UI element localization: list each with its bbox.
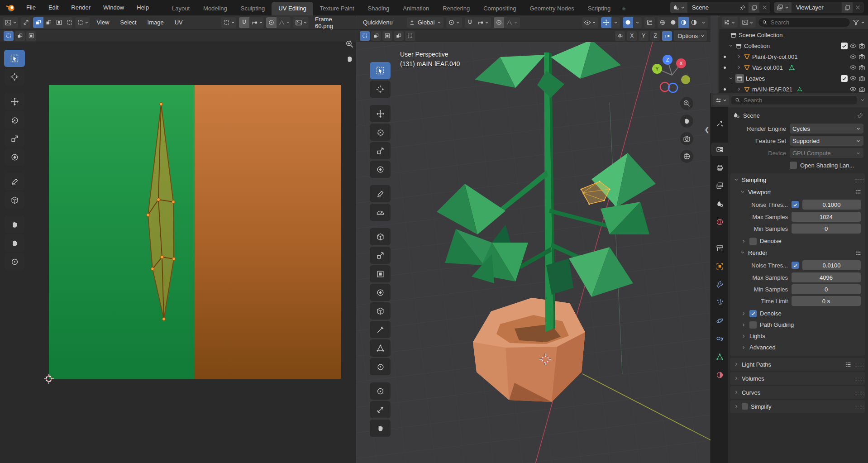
- render-visibility-icon[interactable]: [858, 86, 865, 93]
- uv-sync-select-button[interactable]: [21, 17, 31, 28]
- tab-scripting[interactable]: Scripting: [581, 2, 618, 15]
- uv-sticky-select-dropdown[interactable]: [75, 17, 90, 28]
- curves-panel[interactable]: Curves …………: [730, 386, 865, 399]
- uv-pivot-dropdown[interactable]: [221, 17, 236, 28]
- outliner-row-scene-collection[interactable]: Scene Collection: [719, 29, 868, 40]
- render-denoise-checkbox[interactable]: [749, 310, 757, 317]
- vp-tool-poly-build[interactable]: [370, 339, 391, 357]
- blender-logo-icon[interactable]: [0, 3, 20, 13]
- outliner-item-label[interactable]: Leaves: [746, 75, 765, 82]
- snap-indicator-icon[interactable]: [662, 31, 672, 41]
- add-workspace-button[interactable]: +: [617, 1, 630, 15]
- show-gizmo-button[interactable]: [601, 17, 611, 28]
- preset-list-icon[interactable]: [855, 249, 862, 256]
- select-mode-edge-button[interactable]: [371, 31, 381, 41]
- outliner-display-mode-dropdown[interactable]: [722, 17, 738, 28]
- menu-window[interactable]: Window: [97, 0, 130, 15]
- path-guiding-row[interactable]: Path Guiding: [730, 319, 865, 330]
- properties-search-input[interactable]: [743, 96, 853, 104]
- chevron-down-icon[interactable]: [860, 97, 865, 103]
- gizmo-dropdown[interactable]: [611, 17, 620, 28]
- uv-mode-button-1[interactable]: [4, 31, 14, 41]
- vp-tool-extrude[interactable]: [370, 247, 391, 264]
- uv-tool-transform[interactable]: [4, 148, 25, 166]
- uv-tool-annotate[interactable]: [4, 173, 25, 190]
- options-dropdown[interactable]: Options: [674, 30, 707, 41]
- outliner-search[interactable]: [758, 18, 850, 27]
- tab-rendering[interactable]: Rendering: [436, 2, 477, 15]
- vp-tool-bevel[interactable]: [370, 284, 391, 301]
- uv-tool-rotate[interactable]: [4, 111, 25, 129]
- tab-material-properties[interactable]: [711, 368, 728, 382]
- viewport-max-samples-field[interactable]: 1024: [792, 212, 861, 222]
- preset-list-icon[interactable]: [845, 361, 852, 368]
- tab-shading[interactable]: Shading: [361, 2, 396, 15]
- viewport-noise-threshold-field[interactable]: 0.1000: [802, 200, 861, 210]
- menu-edit[interactable]: Edit: [42, 0, 65, 15]
- tab-constraint-properties[interactable]: [711, 332, 728, 345]
- outliner-item-label[interactable]: Scene Collection: [739, 32, 783, 38]
- outliner-row-plant[interactable]: Plant-Dry-col.001: [719, 51, 868, 62]
- viewport-noise-threshold-checkbox[interactable]: [792, 201, 799, 208]
- vp-tool-rotate[interactable]: [370, 124, 391, 141]
- uv-select-vertex-button[interactable]: [33, 17, 43, 28]
- uv-tool-cursor[interactable]: [4, 68, 25, 86]
- tab-uv-editing[interactable]: UV Editing: [272, 2, 313, 15]
- chevron-down-icon[interactable]: [728, 43, 734, 48]
- path-guiding-checkbox[interactable]: [749, 321, 757, 329]
- lights-row[interactable]: Lights: [730, 330, 865, 342]
- viewport-denoise-checkbox[interactable]: [749, 238, 757, 245]
- viewport-min-samples-field[interactable]: 0: [792, 224, 861, 234]
- vp-ortho-toggle-button[interactable]: [680, 150, 693, 163]
- chevron-right-icon[interactable]: [741, 334, 746, 339]
- select-mode-face-button[interactable]: [382, 31, 392, 41]
- snap-with-dropdown[interactable]: [475, 17, 491, 28]
- scene-name[interactable]: Scene: [687, 4, 737, 11]
- vp-tool-inset[interactable]: [370, 265, 391, 282]
- uv-zoom-in-button[interactable]: [345, 40, 354, 48]
- uv-tool-relax[interactable]: [4, 234, 25, 252]
- tab-render-properties[interactable]: [711, 143, 728, 156]
- pin-icon[interactable]: [737, 2, 748, 13]
- chevron-right-icon[interactable]: [736, 54, 742, 59]
- region-collapse-arrow[interactable]: ❮: [704, 126, 710, 133]
- chevron-right-icon[interactable]: [736, 65, 742, 70]
- uv-editor-type-button[interactable]: [3, 17, 18, 28]
- render-visibility-icon[interactable]: [858, 53, 865, 60]
- render-visibility-icon[interactable]: [858, 43, 865, 49]
- uv-menu-view[interactable]: View: [92, 19, 113, 26]
- drag-grip-icon[interactable]: …………: [854, 404, 862, 409]
- tab-view-layer-properties[interactable]: [711, 179, 728, 192]
- shading-dropdown[interactable]: [699, 17, 708, 28]
- hide-eye-icon[interactable]: [849, 64, 857, 71]
- sampling-panel-header[interactable]: Sampling …………: [730, 173, 865, 186]
- image-browse-button[interactable]: [293, 17, 309, 28]
- show-overlays-button[interactable]: [623, 17, 633, 28]
- uv-menu-uv[interactable]: UV: [171, 19, 187, 26]
- select-mode-vertex-button[interactable]: [360, 31, 370, 41]
- properties-search[interactable]: [731, 95, 857, 105]
- uv-mode-button-2[interactable]: [15, 31, 25, 41]
- simplify-panel[interactable]: Simplify …………: [730, 400, 865, 413]
- pivot-point-dropdown[interactable]: [446, 17, 462, 28]
- vp-tool-knife[interactable]: [370, 321, 391, 338]
- uv-tool-rip-region[interactable]: [4, 191, 25, 209]
- uv-snap-with-dropdown[interactable]: [249, 17, 263, 28]
- view-layer-browse-button[interactable]: [774, 2, 792, 13]
- menu-help[interactable]: Help: [130, 0, 155, 15]
- proportional-edit-icon[interactable]: [266, 17, 277, 28]
- render-visibility-icon[interactable]: [858, 75, 865, 82]
- visibility-dropdown[interactable]: [582, 17, 598, 28]
- render-noise-threshold-checkbox[interactable]: [792, 262, 799, 269]
- vp-tool-measure[interactable]: [370, 204, 391, 221]
- tab-modeling[interactable]: Modeling: [196, 2, 234, 15]
- vp-tool-move[interactable]: [370, 105, 391, 122]
- scene-browse-button[interactable]: [670, 2, 687, 13]
- outliner-item-label[interactable]: Plant-Dry-col.001: [752, 53, 797, 60]
- chevron-right-icon[interactable]: [741, 311, 746, 316]
- outliner-filter-button[interactable]: [853, 19, 865, 26]
- render-engine-dropdown[interactable]: Cycles: [790, 124, 863, 134]
- shading-material-button[interactable]: [678, 17, 689, 28]
- tab-object-properties[interactable]: [711, 259, 728, 273]
- vp-tool-spin[interactable]: [370, 358, 391, 375]
